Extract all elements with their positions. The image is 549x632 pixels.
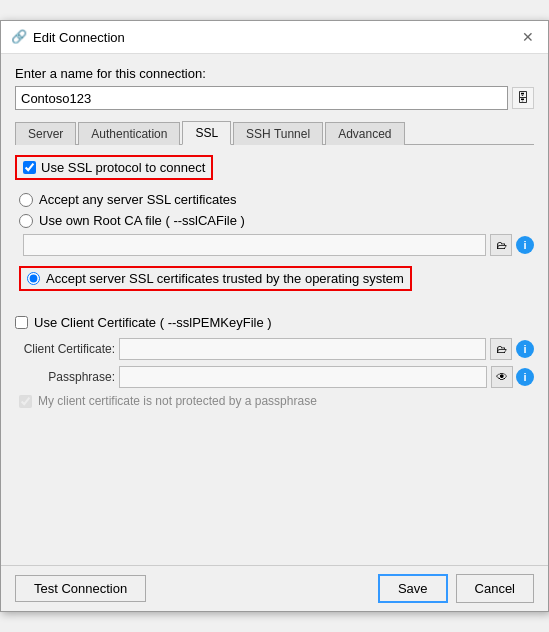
save-button[interactable]: Save [378, 574, 448, 603]
cancel-button[interactable]: Cancel [456, 574, 534, 603]
tab-bar: Server Authentication SSL SSH Tunnel Adv… [15, 120, 534, 145]
tab-server[interactable]: Server [15, 122, 76, 145]
client-cert-section: Use Client Certificate ( --sslPEMKeyFile… [15, 315, 534, 408]
title-bar-left: 🔗 Edit Connection [11, 29, 125, 45]
info-icon: i [523, 239, 526, 251]
cert-field-label: Client Certificate: [15, 342, 115, 356]
test-connection-button[interactable]: Test Connection [15, 575, 146, 602]
use-ssl-label: Use SSL protocol to connect [41, 160, 205, 175]
connection-name-row: 🗄 [15, 86, 534, 110]
passphrase-label: Passphrase: [15, 370, 115, 384]
passphrase-show-button[interactable]: 👁 [491, 366, 513, 388]
client-cert-browse-button[interactable]: 🗁 [490, 338, 512, 360]
tab-advanced[interactable]: Advanced [325, 122, 404, 145]
use-ssl-checkbox[interactable] [23, 161, 36, 174]
ssl-options-group: Accept any server SSL certificates Use o… [19, 192, 534, 303]
passphrase-input[interactable] [119, 366, 487, 388]
passphrase-icons: 👁 i [491, 366, 534, 388]
eye-icon: 👁 [496, 370, 508, 384]
radio-accept-trusted-label: Accept server SSL certificates trusted b… [46, 271, 404, 286]
window-title: Edit Connection [33, 30, 125, 45]
client-cert-info-button[interactable]: i [516, 340, 534, 358]
tab-authentication[interactable]: Authentication [78, 122, 180, 145]
ca-file-browse-button[interactable]: 🗁 [490, 234, 512, 256]
radio-own-ca-row: Use own Root CA file ( --sslCAFile ) [19, 213, 534, 228]
folder-icon: 🗁 [496, 239, 507, 251]
client-cert-label: Use Client Certificate ( --sslPEMKeyFile… [34, 315, 272, 330]
tab-ssh-tunnel[interactable]: SSH Tunnel [233, 122, 323, 145]
radio-accept-trusted[interactable] [27, 272, 40, 285]
info-icon-2: i [523, 343, 526, 355]
dialog-content: Enter a name for this connection: 🗄 Serv… [1, 54, 548, 545]
passphrase-field-row: Passphrase: 👁 i [15, 366, 534, 388]
connection-name-label: Enter a name for this connection: [15, 66, 534, 81]
ca-file-info-button[interactable]: i [516, 236, 534, 254]
title-bar: 🔗 Edit Connection ✕ [1, 21, 548, 54]
radio-any-cert[interactable] [19, 193, 33, 207]
no-passphrase-checkbox[interactable] [19, 395, 32, 408]
client-cert-input[interactable] [119, 338, 486, 360]
info-icon-3: i [523, 371, 526, 383]
ca-file-input[interactable] [23, 234, 486, 256]
radio-own-ca[interactable] [19, 214, 33, 228]
window-icon: 🔗 [11, 29, 27, 45]
radio-trusted-row: Accept server SSL certificates trusted b… [19, 266, 412, 291]
footer-right: Save Cancel [378, 574, 534, 603]
connection-icon-button[interactable]: 🗄 [512, 87, 534, 109]
footer: Test Connection Save Cancel [1, 565, 548, 611]
close-icon: ✕ [522, 29, 534, 45]
no-passphrase-label: My client certificate is not protected b… [38, 394, 317, 408]
ssl-panel: Use SSL protocol to connect Accept any s… [15, 155, 534, 535]
use-ssl-row: Use SSL protocol to connect [15, 155, 213, 180]
close-button[interactable]: ✕ [518, 27, 538, 47]
client-cert-field-row: Client Certificate: 🗁 i [15, 338, 534, 360]
db-icon: 🗄 [517, 91, 529, 105]
tab-ssl[interactable]: SSL [182, 121, 231, 145]
radio-any-cert-row: Accept any server SSL certificates [19, 192, 534, 207]
ca-file-row: 🗁 i [23, 234, 534, 256]
passphrase-info-button[interactable]: i [516, 368, 534, 386]
client-cert-checkbox-row: Use Client Certificate ( --sslPEMKeyFile… [15, 315, 534, 330]
no-passphrase-row: My client certificate is not protected b… [19, 394, 534, 408]
connection-name-input[interactable] [15, 86, 508, 110]
edit-connection-window: 🔗 Edit Connection ✕ Enter a name for thi… [0, 20, 549, 612]
use-client-cert-checkbox[interactable] [15, 316, 28, 329]
radio-any-cert-label: Accept any server SSL certificates [39, 192, 237, 207]
folder-icon-2: 🗁 [496, 343, 507, 355]
radio-own-ca-label: Use own Root CA file ( --sslCAFile ) [39, 213, 245, 228]
